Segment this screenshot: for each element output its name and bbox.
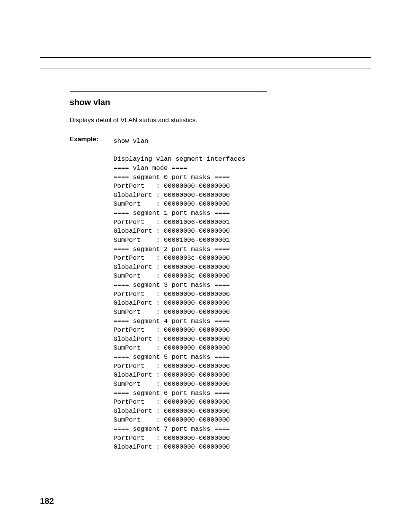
code-line: ==== vlan mode ====	[113, 165, 187, 172]
code-line: GlobalPort : 00000000-00000000	[113, 335, 230, 343]
code-line: ==== segment 6 port masks ====	[113, 390, 230, 397]
code-line: GlobalPort : 00000000-00000000	[113, 371, 230, 379]
thin-rule-bottom	[40, 490, 371, 490]
code-line: PortPort : 00000000-00000000	[113, 326, 230, 334]
code-line: SumPort : 00000000-00000000	[113, 344, 230, 351]
code-block: show vlan Displaying vlan segment interf…	[113, 137, 371, 452]
code-line: PortPort : 00000000-00000000	[113, 363, 230, 370]
code-line: GlobalPort : 00000000-00000000	[113, 264, 230, 271]
thin-rule-top	[40, 69, 371, 69]
page-number: 182	[40, 496, 54, 506]
code-line: GlobalPort : 00000000-00000000	[113, 227, 230, 235]
section: show vlan Displays detail of VLAN status…	[70, 91, 371, 452]
code-line: SumPort : 00000000-00000000	[113, 200, 230, 208]
code-line: GlobalPort : 00000000-00000000	[113, 192, 230, 199]
command-description: Displays detail of VLAN status and stati…	[70, 117, 371, 124]
code-line: show vlan	[113, 137, 148, 145]
code-line: ==== segment 3 port masks ====	[113, 281, 230, 289]
code-line: SumPort : 00001006-00000001	[113, 236, 230, 244]
top-rule	[40, 57, 371, 58]
code-line: ==== segment 5 port masks ====	[113, 353, 230, 361]
code-line: SumPort : 00000000-00000000	[113, 308, 230, 316]
code-line: GlobalPort : 00000000-00000000	[113, 299, 230, 307]
content-area: show vlan Displays detail of VLAN status…	[40, 69, 371, 452]
code-line: PortPort : 00000000-00000000	[113, 182, 230, 190]
code-line: PortPort : 0000003c-00000000	[113, 254, 230, 262]
code-line: Displaying vlan segment interfaces	[113, 155, 245, 163]
code-line: ==== segment 2 port masks ====	[113, 246, 230, 253]
code-line: ==== segment 4 port masks ====	[113, 318, 230, 325]
code-line: PortPort : 00000000-00000000	[113, 291, 230, 298]
blue-rule	[70, 91, 267, 92]
command-title: show vlan	[70, 97, 371, 107]
code-line: GlobalPort : 00000000-00000000	[113, 407, 230, 415]
code-line: PortPort : 00000000-00000000	[113, 398, 230, 406]
code-line: SumPort : 00000000-00000000	[113, 416, 230, 423]
code-line: GlobalPort : 00000000-00000000	[113, 443, 230, 451]
code-line: ==== segment 0 port masks ====	[113, 174, 230, 181]
code-line: SumPort : 0000003c-00000000	[113, 272, 230, 280]
code-line: PortPort : 00000000-00000000	[113, 435, 230, 442]
code-line: PortPort : 00001006-00000001	[113, 219, 230, 226]
code-line: ==== segment 1 port masks ====	[113, 209, 230, 217]
code-line: SumPort : 00000000-00000000	[113, 380, 230, 388]
code-line: ==== segment 7 port masks ====	[113, 425, 230, 433]
